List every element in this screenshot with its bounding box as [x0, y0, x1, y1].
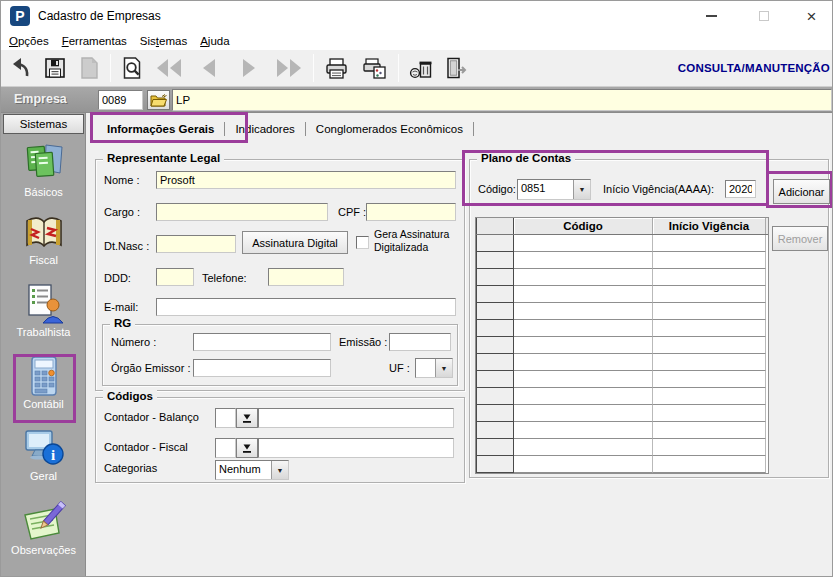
- cell-inicio-vigencia[interactable]: [653, 286, 766, 303]
- telefone-input[interactable]: [268, 268, 344, 286]
- row-selector-cell[interactable]: [476, 269, 514, 286]
- cell-codigo[interactable]: [514, 320, 653, 337]
- row-selector-cell[interactable]: [476, 354, 514, 371]
- contador-balanco-code-input[interactable]: [215, 408, 236, 428]
- ddd-input[interactable]: [156, 268, 194, 286]
- gera-assinatura-checkbox[interactable]: [356, 236, 369, 249]
- rg-emissao-input[interactable]: [389, 333, 451, 351]
- empresa-lookup-button[interactable]: [147, 90, 170, 110]
- sidebar-item-observacoes[interactable]: Observações: [1, 501, 86, 567]
- minimize-button[interactable]: [689, 1, 734, 31]
- cell-inicio-vigencia[interactable]: [653, 388, 766, 405]
- table-row[interactable]: [476, 235, 768, 252]
- row-selector-cell[interactable]: [476, 303, 514, 320]
- cell-codigo[interactable]: [514, 405, 653, 422]
- contador-fiscal-name-input[interactable]: [258, 438, 454, 458]
- cell-codigo[interactable]: [514, 422, 653, 439]
- table-row[interactable]: [476, 405, 768, 422]
- table-row[interactable]: [476, 269, 768, 286]
- email-input[interactable]: [156, 298, 456, 316]
- sidebar-item-trabalhista[interactable]: Trabalhista: [1, 283, 86, 349]
- cell-inicio-vigencia[interactable]: [653, 371, 766, 388]
- column-header-inicio-vigencia[interactable]: Início Vigência: [653, 218, 766, 234]
- table-row[interactable]: [476, 252, 768, 269]
- table-row[interactable]: [476, 371, 768, 388]
- row-selector-cell[interactable]: [476, 422, 514, 439]
- close-button[interactable]: ×: [789, 1, 833, 31]
- cell-inicio-vigencia[interactable]: [653, 405, 766, 422]
- cargo-input[interactable]: [156, 203, 328, 221]
- cell-inicio-vigencia[interactable]: [653, 337, 766, 354]
- table-row[interactable]: [476, 320, 768, 337]
- categorias-select[interactable]: Nenhum ▼: [215, 460, 289, 480]
- chevron-down-icon[interactable]: ▼: [573, 180, 590, 199]
- menu-sistemas[interactable]: Sistemas: [140, 35, 187, 47]
- row-selector-cell[interactable]: [476, 371, 514, 388]
- nav-prev-button-disabled[interactable]: [189, 53, 229, 83]
- cell-codigo[interactable]: [514, 235, 653, 252]
- sidebar-header-button[interactable]: Sistemas: [3, 114, 84, 134]
- nav-next-button-disabled[interactable]: [229, 53, 269, 83]
- rg-orgao-input[interactable]: [193, 359, 331, 377]
- cell-inicio-vigencia[interactable]: [653, 235, 766, 252]
- row-selector-cell[interactable]: [476, 388, 514, 405]
- cell-codigo[interactable]: [514, 388, 653, 405]
- row-selector-cell[interactable]: [476, 439, 514, 456]
- print-batch-button[interactable]: [356, 53, 394, 83]
- table-row[interactable]: [476, 422, 768, 439]
- save-button[interactable]: [38, 53, 72, 83]
- nav-last-button-disabled[interactable]: [269, 53, 309, 83]
- sidebar-item-contabil[interactable]: Contábil: [1, 355, 86, 421]
- rg-numero-input[interactable]: [193, 333, 331, 351]
- cell-inicio-vigencia[interactable]: [653, 422, 766, 439]
- sidebar-item-fiscal[interactable]: Fiscal: [1, 213, 86, 279]
- table-row[interactable]: [476, 286, 768, 303]
- print-preview-button[interactable]: [115, 53, 149, 83]
- empresa-name-field[interactable]: [172, 89, 832, 111]
- exit-button[interactable]: [439, 53, 475, 83]
- table-row[interactable]: [476, 439, 768, 456]
- cell-codigo[interactable]: [514, 337, 653, 354]
- row-selector-cell[interactable]: [476, 337, 514, 354]
- cell-codigo[interactable]: [514, 286, 653, 303]
- discard-button[interactable]: [403, 53, 439, 83]
- row-selector-cell[interactable]: [476, 456, 514, 473]
- nav-first-button-disabled[interactable]: [149, 53, 189, 83]
- menu-ferramentas[interactable]: Ferramentas: [62, 35, 127, 47]
- nome-input[interactable]: [156, 171, 456, 189]
- cell-inicio-vigencia[interactable]: [653, 269, 766, 286]
- tab-conglomerados[interactable]: Conglomerados Econômicos: [306, 123, 473, 135]
- cell-codigo[interactable]: [514, 439, 653, 456]
- cell-inicio-vigencia[interactable]: [653, 320, 766, 337]
- row-selector-cell[interactable]: [476, 235, 514, 252]
- table-row[interactable]: [476, 337, 768, 354]
- sidebar-item-basicos[interactable]: Básicos: [1, 141, 86, 207]
- cell-codigo[interactable]: [514, 269, 653, 286]
- table-row[interactable]: [476, 456, 768, 473]
- plano-codigo-select[interactable]: 0851 ▼: [517, 179, 591, 200]
- remover-button[interactable]: Remover: [772, 226, 828, 251]
- cell-inicio-vigencia[interactable]: [653, 303, 766, 320]
- cell-codigo[interactable]: [514, 456, 653, 473]
- maximize-button[interactable]: [741, 1, 786, 31]
- adicionar-button[interactable]: Adicionar: [773, 179, 830, 204]
- undo-button[interactable]: [4, 53, 38, 83]
- contador-balanco-name-input[interactable]: [258, 408, 454, 428]
- assinatura-digital-button[interactable]: Assinatura Digital: [242, 231, 348, 254]
- menu-ajuda[interactable]: Ajuda: [200, 35, 229, 47]
- cell-inicio-vigencia[interactable]: [653, 456, 766, 473]
- contador-fiscal-lookup-button[interactable]: [236, 438, 258, 458]
- row-selector-cell[interactable]: [476, 320, 514, 337]
- table-row[interactable]: [476, 303, 768, 320]
- chevron-down-icon[interactable]: ▼: [435, 359, 452, 377]
- cell-inicio-vigencia[interactable]: [653, 439, 766, 456]
- sidebar-item-geral[interactable]: i Geral: [1, 427, 86, 493]
- cell-codigo[interactable]: [514, 371, 653, 388]
- row-selector-cell[interactable]: [476, 405, 514, 422]
- tab-informacoes-gerais[interactable]: Informações Gerais: [97, 123, 224, 135]
- cell-inicio-vigencia[interactable]: [653, 252, 766, 269]
- table-row[interactable]: [476, 388, 768, 405]
- chevron-down-icon[interactable]: ▼: [271, 461, 288, 479]
- print-button[interactable]: [318, 53, 356, 83]
- table-row[interactable]: [476, 354, 768, 371]
